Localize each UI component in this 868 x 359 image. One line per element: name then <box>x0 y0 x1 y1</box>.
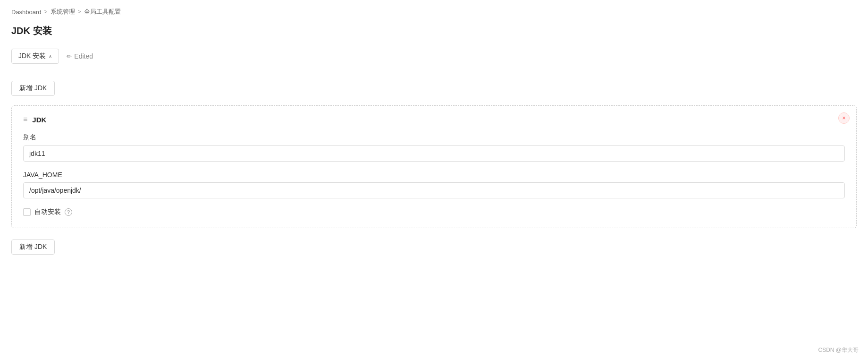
auto-install-row: 自动安装 ? <box>23 208 845 216</box>
breadcrumb-system-mgmt[interactable]: 系统管理 <box>51 8 75 16</box>
breadcrumb-dashboard[interactable]: Dashboard <box>11 9 42 16</box>
add-jdk-bottom-label: 新增 JDK <box>19 243 47 251</box>
chevron-up-icon: ∧ <box>49 54 52 59</box>
jdk-card: ≡ JDK × 别名 JAVA_HOME 自动安装 ? <box>11 105 857 228</box>
edited-badge: ✏ Edited <box>67 52 93 60</box>
main-content: 新增 JDK ≡ JDK × 别名 JAVA_HOME <box>11 73 857 262</box>
alias-field: 别名 <box>23 133 845 162</box>
footer: CSDN @华大哥 <box>809 342 868 359</box>
breadcrumb-global-tools: 全局工具配置 <box>84 8 121 16</box>
auto-install-checkbox[interactable] <box>23 208 31 216</box>
jdk-card-header: ≡ JDK <box>23 115 845 124</box>
auto-install-label: 自动安装 <box>34 208 61 216</box>
jdk-card-title: JDK <box>32 116 46 124</box>
add-jdk-top-label: 新增 JDK <box>19 84 47 93</box>
page-wrapper: Dashboard > 系统管理 > 全局工具配置 JDK 安装 JDK 安装 … <box>0 0 868 359</box>
tab-jdk-install-label: JDK 安装 <box>18 52 46 60</box>
alias-input[interactable] <box>23 145 845 162</box>
add-jdk-button-top[interactable]: 新增 JDK <box>11 81 55 96</box>
tab-jdk-install[interactable]: JDK 安装 ∧ <box>11 49 59 64</box>
breadcrumb-sep-2: > <box>78 9 81 15</box>
java-home-label: JAVA_HOME <box>23 171 845 179</box>
drag-handle-icon[interactable]: ≡ <box>23 115 27 124</box>
alias-label: 别名 <box>23 133 845 142</box>
close-jdk-button[interactable]: × <box>838 112 850 124</box>
footer-text: CSDN @华大哥 <box>818 347 859 353</box>
add-jdk-button-bottom[interactable]: 新增 JDK <box>11 239 55 255</box>
close-icon: × <box>842 115 845 121</box>
tab-bar: JDK 安装 ∧ ✏ Edited <box>11 49 857 64</box>
page-title: JDK 安装 <box>11 25 857 37</box>
java-home-field: JAVA_HOME <box>23 171 845 198</box>
java-home-input[interactable] <box>23 182 845 198</box>
breadcrumb: Dashboard > 系统管理 > 全局工具配置 <box>11 8 857 16</box>
help-icon[interactable]: ? <box>65 208 72 216</box>
edited-label: Edited <box>74 52 93 60</box>
edit-icon: ✏ <box>67 53 72 60</box>
breadcrumb-sep-1: > <box>44 9 48 15</box>
